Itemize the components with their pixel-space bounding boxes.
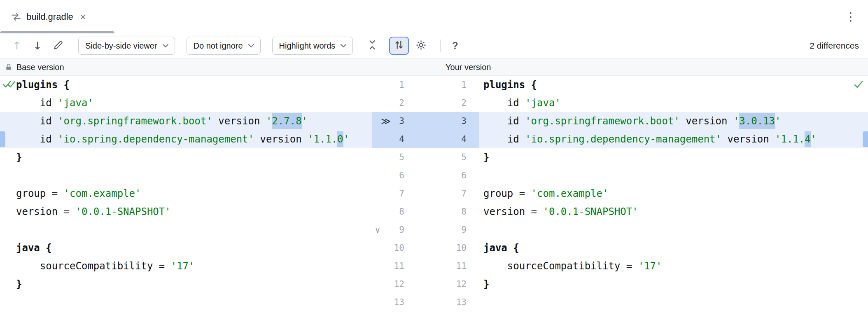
right-code-line-13[interactable] [479,293,868,311]
code-segment: version = [16,206,76,217]
pencil-icon [53,40,64,52]
left-code-line-11[interactable]: sourceCompatibility = '17' [0,257,372,275]
gutter-row-8: 88 [372,203,479,221]
next-difference-button[interactable]: ↓ [30,38,45,54]
change-stripe-marker[interactable] [863,131,868,147]
code-segment: version [721,133,775,145]
left-pane-code: plugins { id 'java' id 'org.springframew… [0,76,372,311]
left-line-number: 8 [372,203,404,221]
code-segment: id [16,133,58,145]
settings-button[interactable] [413,38,429,54]
right-line-number: 2 [404,94,467,112]
left-code-line-4[interactable]: id 'io.spring.dependency-management' ver… [0,130,372,148]
gutter-row-1: 11 [372,76,479,94]
code-segment: ' [811,133,817,145]
right-code-line-5[interactable]: } [479,148,868,166]
arrow-down-icon: ↓ [33,40,42,51]
code-segment: java { [483,242,519,254]
diff-compare-icon [11,12,21,21]
left-code-line-9[interactable] [0,221,372,239]
left-line-number: 4 [372,130,404,148]
left-line-number: 11 [372,257,404,275]
base-version-header: Base version [16,62,64,72]
left-code-line-1[interactable]: plugins { [0,76,372,94]
tab-build-gradle[interactable]: build.gradle × [0,0,86,33]
previous-difference-button[interactable]: ↑ [9,38,25,54]
left-pane: plugins { id 'java' id 'org.springframew… [0,76,372,313]
code-segment: version [680,115,733,127]
changes-applied-check-icon [853,79,864,91]
arrow-up-icon: ↑ [12,40,21,51]
right-code-line-9[interactable] [479,221,868,239]
left-line-number: 2 [372,94,404,112]
whitespace-policy-dropdown[interactable]: Do not ignore [187,37,261,55]
gutter-row-3: ≫33 [372,112,479,130]
gutter-row-4: 44 [372,130,479,148]
right-code-line-12[interactable]: } [479,275,868,293]
code-segment: group = [16,188,64,199]
pane-divider [479,76,479,313]
left-code-line-13[interactable] [0,293,372,311]
diff-content-area: plugins { id 'java' id 'org.springframew… [0,76,868,313]
right-line-number: 4 [404,130,467,148]
right-code-line-10[interactable]: java { [479,239,868,257]
diff-changed-word: 2.7.8 [272,113,301,129]
code-segment: '0.0.1-SNAPSHOT' [543,206,638,217]
left-code-line-2[interactable]: id 'java' [0,94,372,112]
pane-divider [372,76,372,313]
highlight-mode-label: Highlight words [279,41,336,51]
collapse-unchanged-button[interactable] [364,38,380,54]
code-segment: } [16,152,22,163]
code-segment: 'java' [525,97,561,109]
tab-close-icon[interactable]: × [80,12,86,22]
right-code-line-7[interactable]: group = 'com.example' [479,185,868,203]
code-segment: '1.1. [308,133,337,145]
left-line-number: 1 [372,76,404,94]
left-code-line-3[interactable]: id 'org.springframework.boot' version '2… [0,112,372,130]
left-code-line-12[interactable]: } [0,275,372,293]
gutter-row-2: 22 [372,94,479,112]
more-options-icon[interactable]: ⋮ [845,11,856,23]
code-segment: } [483,278,489,290]
left-code-line-10[interactable]: java { [0,239,372,257]
right-line-number: 5 [404,148,467,166]
code-segment: version [254,133,308,145]
toolbar-separator [440,40,441,52]
synchronize-scrolling-toggle[interactable] [389,37,409,55]
left-code-line-7[interactable]: group = 'com.example' [0,185,372,203]
fold-chevron-icon[interactable]: ∨ [375,221,380,239]
change-stripe-marker[interactable] [0,131,5,147]
code-segment: '17' [171,260,195,272]
version-headers: Base version Your version [0,58,868,76]
tab-title: build.gradle [26,12,73,22]
left-line-number: 10 [372,239,404,257]
left-code-line-8[interactable]: version = '0.0.1-SNAPSHOT' [0,203,372,221]
right-code-line-11[interactable]: sourceCompatibility = '17' [479,257,868,275]
viewer-mode-dropdown[interactable]: Side-by-side viewer [78,37,175,55]
diff-gutter: 1122≫334455667788∨991010111112121313 [372,76,479,313]
right-code-line-4[interactable]: id 'io.spring.dependency-management' ver… [479,130,868,148]
differences-count: 2 differences [810,41,859,51]
diff-change-marker-icon[interactable]: ≫ [381,112,391,130]
code-segment: 'org.springframework.boot' [58,115,212,127]
code-segment: } [16,278,22,290]
right-code-line-3[interactable]: id 'org.springframework.boot' version '3… [479,112,868,130]
edit-button[interactable] [50,38,66,54]
left-code-line-6[interactable] [0,166,372,185]
highlight-mode-dropdown[interactable]: Highlight words [272,37,353,55]
right-line-number: 12 [404,275,467,293]
right-code-line-8[interactable]: version = '0.0.1-SNAPSHOT' [479,203,868,221]
left-code-line-5[interactable]: } [0,148,372,166]
right-code-line-2[interactable]: id 'java' [479,94,868,112]
chevron-down-icon [162,44,169,48]
right-code-line-1[interactable]: plugins { [479,76,868,94]
gutter-row-5: 55 [372,148,479,166]
chevron-down-icon [340,44,347,48]
code-segment: '1.1. [775,133,805,145]
tab-bar: build.gradle × ⋮ [0,0,868,33]
help-button[interactable]: ? [447,38,463,54]
code-segment: plugins { [16,79,70,91]
gutter-row-11: 1111 [372,257,479,275]
right-code-line-6[interactable] [479,166,868,185]
right-line-number: 1 [404,76,467,94]
